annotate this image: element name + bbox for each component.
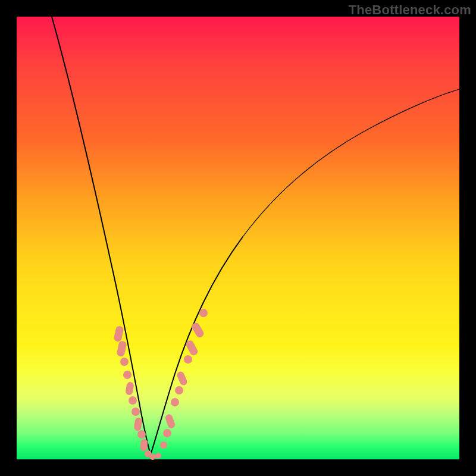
svg-rect-1 — [116, 340, 127, 357]
svg-point-19 — [184, 355, 192, 364]
chart-plot-area — [17, 17, 459, 459]
chart-svg — [17, 17, 459, 459]
markers-right-group — [160, 309, 208, 449]
svg-point-16 — [171, 398, 179, 406]
curve-left-branch — [52, 17, 151, 455]
svg-point-13 — [160, 441, 167, 449]
svg-point-12 — [155, 453, 161, 459]
svg-rect-18 — [176, 371, 189, 387]
curve-right-branch-lower — [151, 237, 243, 455]
svg-point-6 — [131, 408, 140, 416]
svg-rect-9 — [140, 439, 148, 451]
curve-right-branch-upper — [243, 89, 459, 237]
svg-rect-15 — [164, 414, 176, 430]
svg-rect-7 — [134, 417, 143, 431]
svg-rect-21 — [190, 321, 205, 339]
svg-point-11 — [150, 454, 156, 460]
svg-point-2 — [120, 358, 129, 366]
watermark-text: TheBottleneck.com — [349, 2, 471, 18]
svg-point-3 — [123, 371, 131, 379]
svg-point-8 — [137, 430, 146, 439]
svg-point-14 — [163, 429, 171, 437]
svg-point-22 — [199, 309, 208, 317]
svg-rect-4 — [125, 381, 134, 396]
svg-point-17 — [175, 386, 183, 394]
svg-rect-0 — [113, 325, 124, 342]
chart-frame: TheBottleneck.com — [0, 0, 476, 476]
svg-rect-20 — [185, 339, 199, 356]
svg-point-5 — [129, 396, 137, 405]
